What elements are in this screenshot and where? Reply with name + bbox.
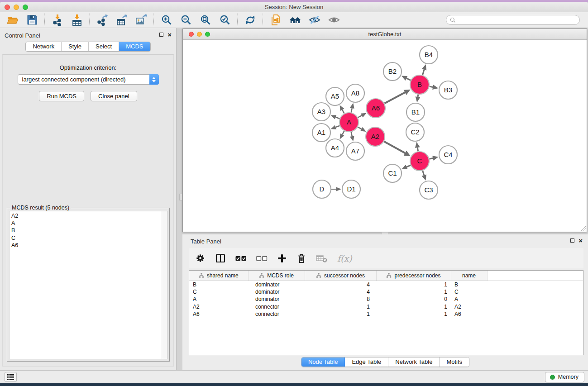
import-table-icon[interactable]: [71, 14, 83, 26]
show-all-icon[interactable]: [328, 14, 340, 26]
search-field[interactable]: [446, 15, 580, 25]
zoom-selected-icon[interactable]: [219, 14, 231, 26]
table-cell[interactable]: 1: [305, 310, 376, 318]
close-table-panel-icon[interactable]: ×: [578, 238, 583, 243]
export-image-icon[interactable]: [135, 14, 147, 26]
gear-icon[interactable]: [195, 253, 206, 263]
table-cell[interactable]: dominator: [248, 295, 305, 303]
mcds-result-list[interactable]: A2ABCA6: [9, 211, 167, 359]
table-cell[interactable]: 1: [376, 303, 451, 311]
table-cell[interactable]: C: [451, 288, 487, 296]
graph-edge: [418, 95, 418, 97]
export-network-icon[interactable]: [96, 14, 108, 26]
column-header-shared-name[interactable]: shared name: [189, 271, 248, 281]
tab-mcds[interactable]: MCDS: [119, 42, 150, 51]
result-item[interactable]: A: [10, 219, 167, 227]
table-cell[interactable]: 1: [376, 310, 451, 318]
table-cell[interactable]: A2: [189, 303, 248, 311]
table-cell[interactable]: 4: [305, 288, 376, 296]
table-cell[interactable]: connector: [248, 310, 305, 318]
table-tab-motifs[interactable]: Motifs: [440, 357, 469, 367]
table-tab-edge-table[interactable]: Edge Table: [345, 357, 388, 367]
table-row[interactable]: Cdominator41C: [189, 288, 583, 296]
save-session-icon[interactable]: [26, 14, 38, 26]
network-view-window: testGlobe.txt B4B2BB3A8A5A6A3B1AA1C2A2A4…: [182, 29, 587, 232]
graph-node-label: A6: [372, 104, 380, 112]
zoom-in-icon[interactable]: [160, 14, 172, 26]
close-panel-icon[interactable]: ×: [167, 33, 172, 37]
deselect-all-icon[interactable]: [256, 254, 268, 262]
panel-splitter-handle[interactable]: [179, 194, 182, 200]
graph-node-label: B4: [425, 51, 433, 58]
function-builder-icon[interactable]: f(x): [337, 253, 352, 263]
float-table-panel-icon[interactable]: [570, 238, 574, 243]
table-cell[interactable]: C: [189, 288, 248, 296]
open-file-icon[interactable]: [6, 14, 19, 26]
search-input[interactable]: [456, 16, 579, 24]
table-cell[interactable]: 1: [305, 303, 376, 311]
split-view-icon[interactable]: [215, 253, 226, 264]
table-cell-filler: [487, 288, 583, 296]
optimization-criterion-dropdown[interactable]: largest connected component (directed): [18, 74, 159, 85]
clone-network-icon[interactable]: [269, 14, 282, 26]
delete-column-icon[interactable]: [296, 253, 306, 264]
first-neighbors-icon[interactable]: [289, 14, 301, 26]
table-tab-network-table[interactable]: Network Table: [388, 357, 440, 367]
graph-node-label: A8: [351, 89, 359, 97]
graph-node-label: C1: [388, 169, 397, 177]
node-table: shared nameMCDS rolesuccessor nodesprede…: [189, 271, 583, 318]
zoom-out-icon[interactable]: [180, 14, 192, 26]
close-panel-button[interactable]: Close panel: [91, 91, 137, 101]
add-column-icon[interactable]: [277, 253, 287, 263]
network-canvas[interactable]: B4B2BB3A8A5A6A3B1AA1C2A2A4A7C4CC1C3DD1: [183, 40, 587, 232]
table-cell[interactable]: connector: [248, 303, 305, 311]
column-header-predecessor-nodes[interactable]: predecessor nodes: [376, 271, 451, 281]
table-cell[interactable]: 1: [376, 288, 451, 296]
refresh-layout-icon[interactable]: [244, 14, 256, 26]
table-cell[interactable]: 4: [305, 281, 376, 288]
table-cell[interactable]: B: [189, 281, 248, 288]
graph-node-label: B1: [411, 108, 420, 116]
float-panel-icon[interactable]: [159, 33, 163, 37]
table-cell[interactable]: A6: [451, 310, 487, 318]
table-header-row[interactable]: shared nameMCDS rolesuccessor nodesprede…: [189, 271, 583, 281]
network-window-titlebar[interactable]: testGlobe.txt: [183, 29, 587, 40]
result-scrollbar[interactable]: [162, 211, 167, 359]
table-cell[interactable]: A6: [189, 310, 248, 318]
memory-button[interactable]: Memory: [545, 372, 584, 382]
column-header-successor-nodes[interactable]: successor nodes: [305, 271, 376, 281]
column-header-name[interactable]: name: [451, 271, 487, 281]
result-item[interactable]: A2: [10, 211, 167, 219]
export-table-icon[interactable]: [115, 14, 128, 26]
task-history-button[interactable]: [5, 372, 17, 382]
run-mcds-button[interactable]: Run MCDS: [39, 91, 84, 101]
tab-network[interactable]: Network: [26, 42, 62, 51]
table-cell[interactable]: 1: [376, 281, 451, 288]
select-all-icon[interactable]: [235, 254, 247, 262]
hide-selected-icon[interactable]: [308, 14, 320, 26]
result-item[interactable]: A6: [10, 242, 167, 249]
table-cell[interactable]: 0: [376, 295, 451, 303]
table-cell[interactable]: B: [451, 281, 487, 288]
tab-style[interactable]: Style: [62, 42, 89, 51]
table-row[interactable]: A6connector11A6: [189, 310, 583, 318]
zoom-fit-icon[interactable]: [199, 14, 211, 26]
node-table-container[interactable]: shared nameMCDS rolesuccessor nodesprede…: [189, 270, 583, 355]
table-cell[interactable]: 8: [305, 295, 376, 303]
table-row[interactable]: Adominator80A: [189, 295, 583, 303]
table-cell[interactable]: dominator: [248, 288, 305, 296]
table-row[interactable]: Bdominator41B: [189, 281, 583, 288]
result-item[interactable]: C: [10, 234, 167, 242]
table-cell[interactable]: dominator: [248, 281, 305, 288]
resize-grip-icon[interactable]: [580, 225, 586, 231]
delete-table-icon[interactable]: [316, 254, 328, 263]
table-cell[interactable]: A2: [451, 303, 487, 311]
import-network-icon[interactable]: [51, 14, 63, 26]
table-row[interactable]: A2connector11A2: [189, 303, 583, 311]
table-cell[interactable]: A: [189, 295, 248, 303]
result-item[interactable]: B: [10, 227, 167, 234]
table-tab-node-table[interactable]: Node Table: [301, 357, 345, 367]
tab-select[interactable]: Select: [89, 42, 119, 51]
column-header-mcds-role[interactable]: MCDS role: [248, 271, 305, 281]
table-cell[interactable]: A: [451, 295, 487, 303]
